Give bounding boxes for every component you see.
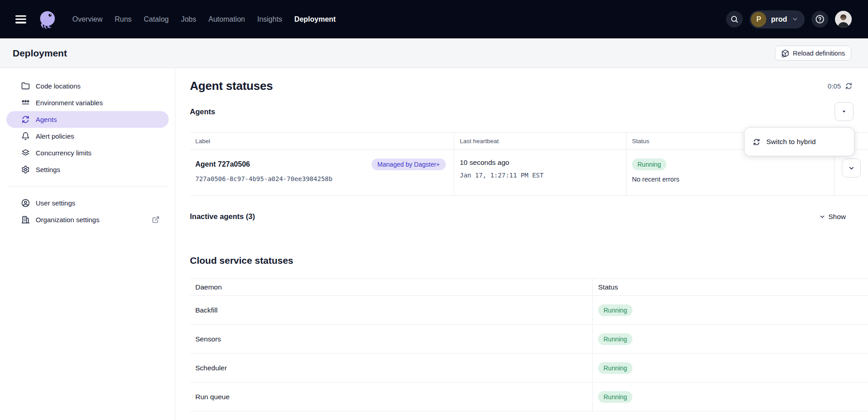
status-badge: Running (598, 362, 632, 374)
agent-uuid: 727a0506-8c97-4b95-a024-70ee3984258b (195, 175, 448, 182)
agents-actions-menu: Switch to hybrid (745, 128, 854, 156)
column-header-daemon: Daemon (190, 279, 592, 296)
refresh-countdown: 0:05 (828, 82, 853, 90)
show-label: Show (828, 213, 846, 221)
column-header-last-heartbeat: Last heartbeat (454, 133, 626, 150)
workspace-avatar: P (751, 12, 766, 27)
status-note: No recent errors (632, 176, 829, 183)
agent-row-menu-button[interactable] (842, 159, 861, 177)
column-header-label: Label (190, 133, 454, 150)
agent-row: Agent 727a0506 Managed by Dagster+ 727a0… (190, 150, 868, 196)
status-badge: Running (598, 391, 632, 403)
sidebar-item-label: Agents (36, 116, 57, 123)
nav-links: Overview Runs Catalog Jobs Automation In… (72, 15, 336, 23)
status-badge: Running (598, 333, 632, 345)
nav-link-jobs[interactable]: Jobs (181, 15, 196, 23)
dagster-logo[interactable] (37, 9, 58, 30)
heartbeat-relative: 10 seconds ago (460, 159, 621, 167)
sidebar-item-user-settings[interactable]: User settings (6, 195, 169, 211)
managed-badge: Managed by Dagster+ (372, 159, 446, 170)
reload-cube-icon (781, 49, 789, 57)
agent-name: Agent 727a0506 (195, 160, 250, 168)
sidebar-item-label: User settings (36, 199, 75, 207)
folder-icon (21, 82, 30, 90)
agents-section-title: Agents (190, 107, 215, 116)
user-circle-icon (21, 199, 30, 207)
user-avatar[interactable] (835, 11, 852, 28)
agents-actions-menu-button[interactable] (835, 102, 854, 121)
sidebar-item-label: Code locations (36, 82, 80, 90)
workspace-switcher[interactable]: P prod (750, 10, 805, 28)
sidebar-item-label: Concurrency limits (36, 149, 91, 157)
building-icon (21, 215, 30, 224)
daemon-name: Run queue (190, 383, 592, 411)
hamburger-menu-icon[interactable] (15, 15, 26, 23)
env-vars-icon (21, 98, 30, 107)
deployment-sidebar: Code locations Environment variables Age… (0, 69, 175, 420)
chevron-down-icon (848, 165, 855, 172)
nav-link-runs[interactable]: Runs (115, 15, 132, 23)
sidebar-item-label: Organization settings (36, 216, 99, 224)
search-button[interactable] (726, 11, 743, 28)
reload-definitions-label: Reload definitions (793, 50, 845, 57)
sidebar-item-settings[interactable]: Settings (6, 161, 169, 178)
page-header: Deployment Reload definitions (0, 38, 868, 68)
bell-icon (21, 132, 30, 140)
nav-link-catalog[interactable]: Catalog (144, 15, 169, 23)
layers-icon (21, 149, 30, 157)
refresh-icon[interactable] (845, 82, 853, 90)
nav-link-deployment[interactable]: Deployment (294, 15, 336, 23)
sidebar-item-label: Alert policies (36, 132, 74, 140)
page-title: Deployment (13, 48, 67, 59)
nav-link-overview[interactable]: Overview (72, 15, 103, 23)
workspace-name: prod (771, 15, 787, 23)
sidebar-item-code-locations[interactable]: Code locations (6, 78, 169, 94)
daemon-row: Run queue Running (190, 383, 868, 411)
menu-item-switch-to-hybrid[interactable]: Switch to hybrid (766, 138, 816, 146)
sidebar-item-agents[interactable]: Agents (6, 111, 169, 128)
sidebar-item-label: Environment variables (36, 99, 103, 107)
daemon-name: Backfill (190, 296, 592, 325)
inactive-agents-show-toggle[interactable]: Show (819, 213, 846, 221)
chevron-down-icon (819, 214, 826, 220)
sidebar-item-concurrency-limits[interactable]: Concurrency limits (6, 145, 169, 161)
external-link-icon (152, 216, 160, 224)
status-badge: Running (598, 304, 632, 316)
sidebar-item-label: Settings (36, 166, 60, 173)
heartbeat-timestamp: Jan 17, 1:27:11 PM EST (460, 172, 621, 179)
daemon-row: Sensors Running (190, 325, 868, 354)
daemon-row: Scheduler Running (190, 354, 868, 383)
daemon-row: Backfill Running (190, 296, 868, 325)
sidebar-item-alert-policies[interactable]: Alert policies (6, 128, 169, 145)
cloud-table-header: Daemon Status (190, 279, 868, 296)
agents-page: Agent statuses 0:05 Agents Label Last he… (176, 69, 868, 420)
search-icon (730, 15, 739, 23)
inactive-agents-title: Inactive agents (3) (190, 212, 255, 221)
top-nav: Overview Runs Catalog Jobs Automation In… (0, 0, 868, 38)
status-badge: Running (632, 159, 666, 170)
chevron-down-icon (792, 16, 798, 23)
sidebar-divider (7, 186, 168, 187)
nav-link-insights[interactable]: Insights (257, 15, 282, 23)
cloud-services-table: Daemon Status Backfill Running Sensors R… (190, 278, 868, 411)
nav-link-automation[interactable]: Automation (208, 15, 245, 23)
sidebar-item-environment-variables[interactable]: Environment variables (6, 94, 169, 111)
daemon-name: Scheduler (190, 354, 592, 383)
agent-sync-icon (21, 115, 30, 124)
daemon-name: Sensors (190, 325, 592, 354)
caret-down-icon (841, 109, 847, 114)
agent-sync-icon (753, 138, 760, 146)
refresh-countdown-value: 0:05 (828, 82, 841, 90)
help-button[interactable] (811, 11, 828, 28)
sidebar-item-organization-settings[interactable]: Organization settings (6, 211, 169, 228)
agent-statuses-title: Agent statuses (190, 79, 273, 93)
gear-icon (21, 165, 30, 174)
cloud-service-statuses-title: Cloud service statuses (190, 255, 868, 266)
question-circle-icon (815, 14, 825, 24)
column-header-status: Status (592, 279, 868, 296)
reload-definitions-button[interactable]: Reload definitions (775, 46, 851, 61)
